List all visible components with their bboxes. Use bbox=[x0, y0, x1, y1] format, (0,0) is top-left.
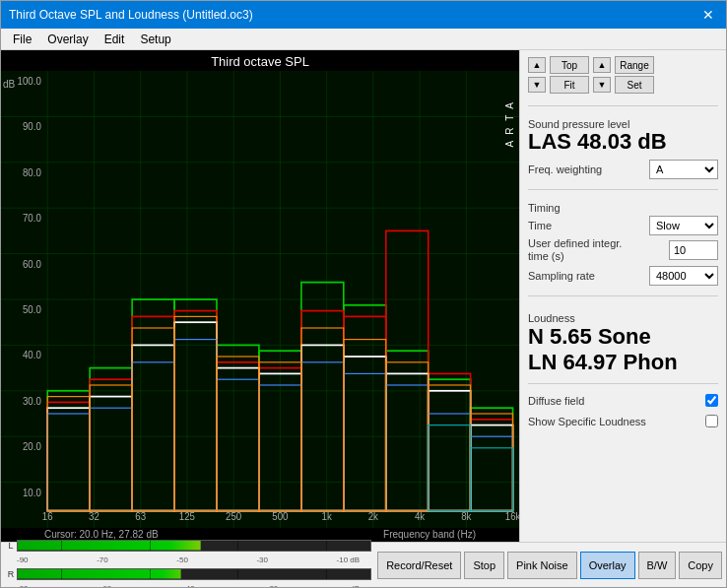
set-button[interactable]: Set bbox=[615, 76, 654, 94]
svg-text:125: 125 bbox=[179, 511, 195, 522]
svg-text:1k: 1k bbox=[322, 511, 333, 522]
svg-text:90.0: 90.0 bbox=[23, 121, 41, 132]
top-nav-group: ▲ Top ▼ Fit bbox=[528, 56, 589, 94]
timing-section-label: Timing bbox=[528, 202, 718, 214]
show-specific-checkbox[interactable] bbox=[705, 415, 718, 427]
menu-bar: File Overlay Edit Setup bbox=[1, 29, 726, 50]
svg-text:63: 63 bbox=[135, 511, 146, 522]
time-row: Time Slow Fast Impulse bbox=[528, 216, 718, 235]
svg-text:4k: 4k bbox=[415, 511, 426, 522]
divider-1 bbox=[528, 105, 718, 106]
svg-text:60.0: 60.0 bbox=[23, 258, 41, 269]
r-tick-1: -80 bbox=[17, 584, 29, 589]
show-specific-label: Show Specific Loudness bbox=[528, 416, 646, 427]
chart-area: Third octave SPL dB A R T A bbox=[1, 50, 519, 542]
svg-text:16k: 16k bbox=[505, 511, 519, 522]
loudness-value-2: LN 64.97 Phon bbox=[528, 350, 718, 375]
svg-text:250: 250 bbox=[226, 511, 241, 522]
top-down-button[interactable]: ▼ bbox=[528, 77, 546, 93]
range-down-button[interactable]: ▼ bbox=[593, 77, 611, 93]
freq-weighting-label: Freq. weighting bbox=[528, 163, 602, 175]
top-up-button[interactable]: ▲ bbox=[528, 57, 546, 73]
title-bar: Third Octave SPL and Loudness (Untitled.… bbox=[1, 1, 726, 29]
fit-button[interactable]: Fit bbox=[550, 76, 589, 94]
loudness-section: Loudness N 5.65 Sone LN 64.97 Phon bbox=[528, 308, 718, 376]
diffuse-field-row: Diffuse field bbox=[528, 394, 718, 407]
spl-value: LAS 48.03 dB bbox=[528, 130, 718, 154]
channel-l-label: L bbox=[5, 541, 17, 551]
l-tick-1: -90 bbox=[17, 555, 29, 564]
divider-2 bbox=[528, 189, 718, 190]
bottom-bar: L -90 -70 -50 -30 bbox=[1, 542, 726, 587]
user-defined-input[interactable] bbox=[669, 240, 718, 260]
svg-text:10.0: 10.0 bbox=[23, 487, 41, 497]
menu-file[interactable]: File bbox=[5, 31, 39, 47]
loudness-section-label: Loudness bbox=[528, 312, 718, 324]
level-fill-r bbox=[18, 569, 258, 579]
range-button[interactable]: Range bbox=[615, 56, 654, 74]
range-up-button[interactable]: ▲ bbox=[593, 57, 611, 73]
stop-button[interactable]: Stop bbox=[464, 552, 504, 579]
svg-text:2k: 2k bbox=[368, 511, 379, 522]
freq-weighting-select[interactable]: A B C Z bbox=[649, 160, 718, 179]
r-tick-3: -40 bbox=[183, 584, 195, 589]
loudness-value-1: N 5.65 Sone bbox=[528, 324, 718, 350]
svg-text:50.0: 50.0 bbox=[23, 304, 41, 315]
overlay-button[interactable]: Overlay bbox=[580, 552, 635, 579]
diffuse-field-checkbox[interactable] bbox=[705, 394, 718, 407]
sampling-rate-select[interactable]: 48000 44100 96000 bbox=[649, 266, 718, 286]
timing-section: Timing Time Slow Fast Impulse User defin… bbox=[528, 198, 718, 287]
main-window: Third Octave SPL and Loudness (Untitled.… bbox=[0, 0, 727, 588]
menu-overlay[interactable]: Overlay bbox=[39, 31, 96, 47]
show-specific-row: Show Specific Loudness bbox=[528, 415, 718, 427]
right-panel: ▲ Top ▼ Fit ▲ Range ▼ Set bbox=[519, 50, 726, 542]
svg-text:30.0: 30.0 bbox=[23, 395, 41, 406]
chart-svg: 100.0 90.0 80.0 70.0 60.0 50.0 40.0 30.0… bbox=[1, 71, 519, 528]
level-track-l bbox=[17, 540, 371, 552]
window-title: Third Octave SPL and Loudness (Untitled.… bbox=[9, 8, 253, 22]
main-content: Third octave SPL dB A R T A bbox=[1, 50, 726, 542]
user-defined-label: User defined integr. time (s) bbox=[528, 237, 627, 263]
cursor-info: Cursor: 20.0 Hz, 27.82 dB bbox=[44, 529, 159, 540]
sampling-rate-label: Sampling rate bbox=[528, 270, 595, 282]
pink-noise-button[interactable]: Pink Noise bbox=[507, 552, 577, 579]
bw-button[interactable]: B/W bbox=[638, 552, 677, 579]
top-button[interactable]: Top bbox=[550, 56, 589, 74]
menu-setup[interactable]: Setup bbox=[132, 31, 178, 47]
copy-button[interactable]: Copy bbox=[679, 552, 722, 579]
range-nav-group: ▲ Range ▼ Set bbox=[593, 56, 654, 94]
l-tick-3: -50 bbox=[176, 555, 188, 564]
y-axis-unit: dB bbox=[3, 79, 15, 90]
r-tick-5: dB bbox=[350, 584, 360, 589]
r-tick-2: -60 bbox=[100, 584, 112, 589]
svg-text:40.0: 40.0 bbox=[23, 350, 41, 360]
bottom-buttons: Record/Reset Stop Pink Noise Overlay B/W… bbox=[377, 552, 722, 579]
spl-section: Sound pressure level LAS 48.03 dB bbox=[528, 114, 718, 154]
channel-r-label: R bbox=[5, 569, 17, 579]
svg-text:8k: 8k bbox=[461, 511, 472, 522]
record-reset-button[interactable]: Record/Reset bbox=[377, 552, 461, 579]
svg-text:70.0: 70.0 bbox=[23, 213, 41, 224]
diffuse-field-label: Diffuse field bbox=[528, 395, 584, 407]
menu-edit[interactable]: Edit bbox=[97, 31, 133, 47]
level-row-r: R bbox=[5, 566, 371, 582]
user-defined-row: User defined integr. time (s) bbox=[528, 237, 718, 263]
svg-text:100.0: 100.0 bbox=[18, 76, 42, 87]
l-tick-5: -10 dB bbox=[337, 555, 361, 564]
r-tick-4: -20 bbox=[267, 584, 279, 589]
divider-3 bbox=[528, 295, 718, 296]
time-label: Time bbox=[528, 220, 552, 231]
time-select[interactable]: Slow Fast Impulse bbox=[649, 216, 718, 235]
level-track-r bbox=[17, 568, 371, 580]
level-row-l: L bbox=[5, 538, 371, 554]
close-button[interactable]: ✕ bbox=[698, 5, 718, 25]
svg-text:32: 32 bbox=[89, 511, 99, 522]
level-meter: L -90 -70 -50 -30 bbox=[5, 538, 371, 589]
l-tick-4: -30 bbox=[256, 555, 268, 564]
freq-label: Frequency band (Hz) bbox=[383, 529, 476, 540]
level-fill-l bbox=[18, 541, 272, 551]
nav-controls: ▲ Top ▼ Fit ▲ Range ▼ Set bbox=[528, 56, 718, 94]
chart-title: Third octave SPL bbox=[1, 50, 519, 71]
divider-4 bbox=[528, 383, 718, 384]
svg-text:16: 16 bbox=[42, 511, 53, 522]
